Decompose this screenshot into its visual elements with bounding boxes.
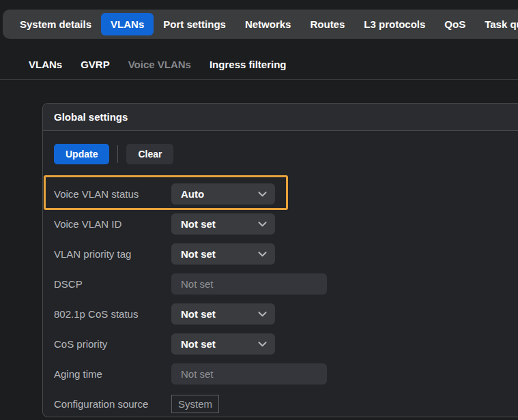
form-row-aging-time: Aging time — [54, 363, 507, 385]
nav-tab-port-settings[interactable]: Port settings — [154, 13, 235, 35]
subtab-gvrp[interactable]: GVRP — [81, 59, 110, 70]
nav-tab-system-details[interactable]: System details — [10, 13, 101, 35]
form-row-vlan-priority-tag: VLAN priority tagNot set — [54, 243, 507, 265]
dscp-input[interactable] — [171, 273, 327, 295]
global-settings-panel: Global settings Update Clear Voice VLAN … — [42, 103, 518, 417]
action-buttons-row: Update Clear — [54, 144, 507, 164]
row-label: DSCP — [54, 278, 171, 290]
nav-tab-task-queue[interactable]: Task queue — [475, 13, 518, 35]
row-label: Aging time — [54, 368, 171, 380]
subtab-voice-vlans[interactable]: Voice VLANs — [128, 59, 191, 70]
chevron-down-icon — [258, 192, 267, 197]
form-row-voice-vlan-id: Voice VLAN IDNot set — [54, 213, 507, 235]
top-navbar: System detailsVLANsPort settingsNetworks… — [3, 10, 518, 39]
aging-time-input[interactable] — [171, 363, 327, 385]
app-root: { "topnav": { "items": [ { "label": "Sys… — [0, 0, 518, 420]
update-button[interactable]: Update — [54, 144, 109, 164]
row-label: 802.1p CoS status — [54, 308, 171, 320]
sub-tabbar: VLANsGVRPVoice VLANsIngress filtering — [29, 59, 286, 70]
row-label: CoS priority — [54, 338, 171, 350]
cos-priority-select[interactable]: Not set — [171, 333, 275, 355]
nav-tab-l3-protocols[interactable]: L3 protocols — [354, 13, 435, 35]
form-row-voice-vlan-status: Voice VLAN statusAuto — [54, 183, 507, 205]
chevron-down-icon — [258, 252, 267, 257]
nav-tab-vlans[interactable]: VLANs — [101, 13, 154, 35]
row-label: Configuration source — [54, 398, 171, 410]
nav-tab-qos[interactable]: QoS — [435, 13, 475, 35]
subtab-vlans[interactable]: VLANs — [29, 59, 62, 70]
form-row-802-1p-cos-status: 802.1p CoS statusNot set — [54, 303, 507, 325]
tabbar-divider — [0, 79, 518, 80]
panel-body: Update Clear Voice VLAN statusAutoVoice … — [43, 131, 518, 415]
clear-button[interactable]: Clear — [126, 144, 173, 164]
802-1p-cos-status-select[interactable]: Not set — [171, 303, 275, 325]
voice-vlan-status-select[interactable]: Auto — [171, 183, 275, 205]
row-label: Voice VLAN ID — [54, 218, 171, 230]
form-row-cos-priority: CoS priorityNot set — [54, 333, 507, 355]
select-value: Not set — [181, 248, 216, 260]
nav-tab-routes[interactable]: Routes — [300, 13, 354, 35]
select-value: Not set — [181, 218, 216, 230]
select-value: Not set — [181, 308, 216, 320]
subtab-ingress-filtering[interactable]: Ingress filtering — [210, 59, 287, 70]
select-value: Auto — [181, 188, 204, 200]
vlan-priority-tag-select[interactable]: Not set — [171, 243, 275, 265]
button-separator — [117, 145, 118, 163]
configuration-source-value-badge: System — [171, 395, 219, 413]
nav-tab-networks[interactable]: Networks — [235, 13, 301, 35]
chevron-down-icon — [258, 222, 267, 227]
panel-header: Global settings — [43, 104, 518, 131]
row-label: VLAN priority tag — [54, 248, 171, 260]
select-value: Not set — [181, 338, 216, 350]
chevron-down-icon — [258, 342, 267, 347]
form-row-dscp: DSCP — [54, 273, 507, 295]
chevron-down-icon — [258, 312, 267, 317]
panel-title: Global settings — [54, 111, 128, 123]
settings-form: Voice VLAN statusAutoVoice VLAN IDNot se… — [54, 183, 507, 415]
voice-vlan-id-select[interactable]: Not set — [171, 213, 275, 235]
form-row-configuration-source: Configuration sourceSystem — [54, 393, 507, 415]
row-label: Voice VLAN status — [54, 188, 171, 200]
